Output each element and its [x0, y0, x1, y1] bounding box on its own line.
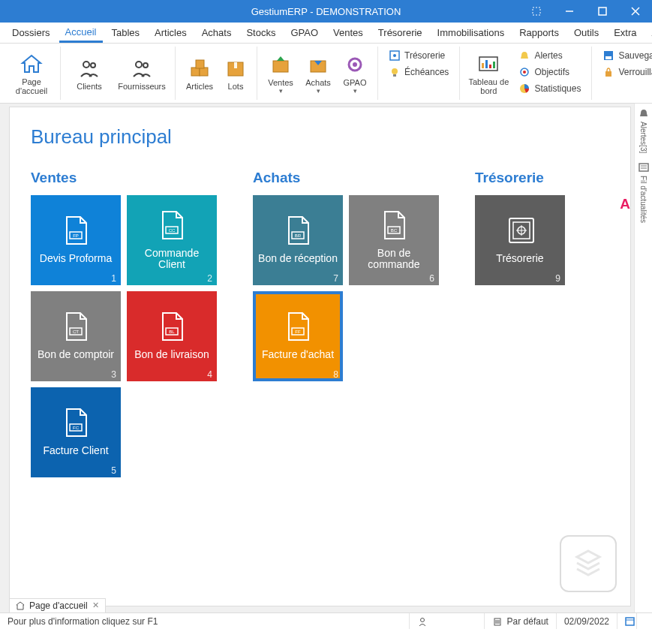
- tile-facture-d-achat[interactable]: FF Facture d'achat 8: [253, 291, 343, 381]
- window-buttons: [520, 0, 652, 23]
- tab-page-accueil[interactable]: Page d'accueil ✕: [9, 598, 106, 612]
- menu-accueil[interactable]: Accueil: [59, 23, 103, 43]
- ribbon-objectifs[interactable]: Objectifs: [515, 65, 584, 80]
- menu-immobilisations[interactable]: Immobilisations: [431, 24, 511, 41]
- fullscreen-button[interactable]: [520, 0, 553, 23]
- svg-point-17: [353, 62, 357, 67]
- ribbon-fournisseurs[interactable]: Fournisseurs: [113, 47, 170, 101]
- menu-extra[interactable]: Extra: [608, 24, 642, 41]
- sidebar-fil-actualites[interactable]: Fil d'actualités: [638, 162, 649, 223]
- menu-ventes[interactable]: Ventes: [327, 24, 369, 41]
- cutoff-section-letter: A: [620, 196, 630, 212]
- document-icon: BR: [284, 215, 311, 245]
- page-bureau-principal: Bureau principal Ventes FP Devis Proform…: [9, 107, 631, 606]
- svg-rect-54: [639, 164, 648, 171]
- ribbon-ventes[interactable]: Ventes ▾: [262, 47, 299, 101]
- tile-commande-client[interactable]: CC Commande Client 2: [127, 195, 217, 285]
- calendar-icon: [625, 616, 635, 627]
- user-icon: [417, 616, 428, 627]
- tile-facture-client[interactable]: FC Facture Client 5: [31, 387, 121, 477]
- tile-label: Devis Proforma: [40, 253, 112, 264]
- ribbon-tableau-bord[interactable]: Tableau de bord: [464, 47, 512, 101]
- close-button[interactable]: [619, 0, 652, 23]
- tile-bon-de-livraison[interactable]: BL Bon de livraison 4: [127, 291, 217, 381]
- tile-bon-de-r-ception[interactable]: BR Bon de réception 7: [253, 195, 343, 285]
- ribbon-sauvegarde[interactable]: Sauvegarde: [599, 48, 652, 63]
- svg-text:CT: CT: [73, 330, 79, 334]
- status-user[interactable]: [410, 613, 485, 629]
- ribbon-tresorerie[interactable]: Trésorerie: [386, 48, 452, 63]
- tile-label: Bon de livraison: [134, 349, 209, 360]
- menu-gpao[interactable]: GPAO: [284, 24, 324, 41]
- tile-number: 6: [429, 273, 434, 284]
- titlebar: GestiumERP - DEMONSTRATION: [0, 0, 652, 23]
- maximize-button[interactable]: [586, 0, 619, 23]
- tile-tr-sorerie[interactable]: Trésorerie 9: [475, 195, 565, 285]
- svg-text:CC: CC: [169, 228, 176, 233]
- menu-tresorerie[interactable]: Trésorerie: [372, 24, 428, 41]
- svg-point-6: [91, 63, 95, 68]
- tile-number: 3: [111, 369, 116, 380]
- svg-rect-11: [196, 60, 204, 68]
- boxes-icon: [188, 56, 212, 80]
- people-icon: [130, 56, 154, 80]
- svg-rect-0: [533, 8, 540, 15]
- ribbon-page-accueil[interactable]: Page d'accueil: [8, 47, 56, 101]
- section-title-ventes: Ventes: [31, 170, 226, 186]
- box-up-icon: [269, 53, 293, 77]
- status-calendar[interactable]: [617, 613, 637, 629]
- ribbon-achats[interactable]: Achats ▾: [299, 47, 337, 101]
- svg-text:BL: BL: [169, 330, 175, 334]
- tile-number: 5: [111, 465, 116, 476]
- chevron-down-icon: ▾: [279, 87, 283, 95]
- svg-rect-26: [493, 62, 495, 68]
- tile-devis-proforma[interactable]: FP Devis Proforma 1: [31, 195, 121, 285]
- tab-close-button[interactable]: ✕: [92, 600, 99, 610]
- svg-rect-32: [605, 71, 611, 77]
- minimize-button[interactable]: [553, 0, 586, 23]
- ribbon-gpao[interactable]: GPAO ▾: [337, 47, 373, 101]
- people-icon: [77, 56, 101, 80]
- ribbon-alertes[interactable]: Alertes: [515, 48, 584, 63]
- ribbon-articles[interactable]: Articles: [180, 47, 219, 101]
- tile-bon-de-commande[interactable]: BC Bon de commande 6: [349, 195, 439, 285]
- svg-rect-62: [626, 618, 634, 625]
- chevron-down-icon: ▾: [353, 87, 357, 95]
- ribbon-statistiques[interactable]: Statistiques: [515, 81, 584, 96]
- watermark-logo: [560, 535, 617, 592]
- menu-tables[interactable]: Tables: [106, 24, 146, 41]
- menu-achats[interactable]: Achats: [196, 24, 238, 41]
- menu-stocks[interactable]: Stocks: [240, 24, 281, 41]
- tile-number: 9: [555, 273, 560, 284]
- status-date[interactable]: 02/09/2022: [557, 613, 617, 629]
- tile-bon-de-comptoir[interactable]: CT Bon de comptoir 3: [31, 291, 121, 381]
- document-icon: [506, 215, 533, 245]
- svg-point-8: [143, 63, 148, 68]
- ribbon-clients[interactable]: Clients: [65, 47, 113, 101]
- ribbon-echeances[interactable]: Échéances: [386, 65, 452, 80]
- tile-label: Bon de comptoir: [38, 349, 114, 360]
- building-icon: [492, 616, 503, 627]
- menu-affichage[interactable]: Affichage: [646, 24, 652, 41]
- menu-rapports[interactable]: Rapports: [513, 24, 565, 41]
- svg-point-28: [523, 71, 526, 74]
- svg-rect-14: [273, 61, 288, 72]
- menu-dossiers[interactable]: Dossiers: [6, 24, 56, 41]
- menu-outils[interactable]: Outils: [568, 24, 605, 41]
- bell-icon: [638, 108, 649, 119]
- tile-label: Commande Client: [130, 248, 214, 271]
- safe-icon: [389, 50, 401, 62]
- bell-icon: [518, 50, 530, 62]
- page-title: Bureau principal: [31, 125, 609, 149]
- tile-number: 7: [333, 273, 338, 284]
- status-mode[interactable]: Par défaut: [485, 613, 557, 629]
- section-title-tresorerie: Trésorerie: [475, 170, 571, 186]
- menu-articles[interactable]: Articles: [149, 24, 193, 41]
- ribbon-lots[interactable]: Lots: [219, 47, 252, 101]
- right-sidebar: Alertes[3] Fil d'actualités: [634, 104, 652, 612]
- svg-rect-2: [599, 8, 606, 15]
- tile-label: Facture Client: [43, 445, 108, 456]
- document-icon: FP: [62, 215, 89, 245]
- ribbon-verrouillage[interactable]: Verrouillage: [599, 65, 652, 80]
- sidebar-alertes[interactable]: Alertes[3]: [638, 108, 649, 153]
